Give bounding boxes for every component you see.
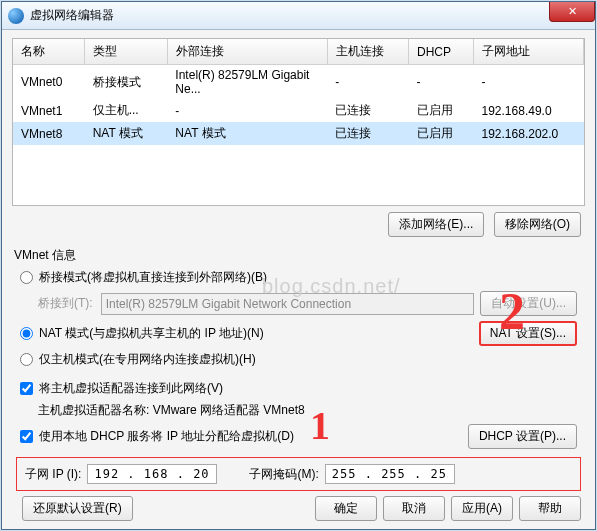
titlebar[interactable]: 虚拟网络编辑器 ✕ [2, 2, 595, 30]
remove-network-button[interactable]: 移除网络(O) [494, 212, 581, 237]
nat-radio[interactable] [20, 327, 33, 340]
table-row[interactable]: VMnet1仅主机...-已连接已启用192.168.49.0 [13, 99, 584, 122]
network-table[interactable]: 名称 类型 外部连接 主机连接 DHCP 子网地址 VMnet0桥接模式Inte… [13, 39, 584, 145]
bridge-adapter-combo[interactable] [101, 293, 475, 315]
app-icon [8, 8, 24, 24]
bridge-to-label: 桥接到(T): [38, 295, 93, 312]
col-subnet[interactable]: 子网地址 [474, 39, 584, 65]
auto-settings-button[interactable]: 自动设置(U)... [480, 291, 577, 316]
col-dhcp[interactable]: DHCP [409, 39, 474, 65]
table-row[interactable]: VMnet0桥接模式Intel(R) 82579LM Gigabit Ne...… [13, 65, 584, 100]
table-row[interactable]: VMnet8NAT 模式NAT 模式已连接已启用192.168.202.0 [13, 122, 584, 145]
cancel-button[interactable]: 取消 [383, 496, 445, 521]
apply-button[interactable]: 应用(A) [451, 496, 513, 521]
ok-button[interactable]: 确定 [315, 496, 377, 521]
nat-label[interactable]: NAT 模式(与虚拟机共享主机的 IP 地址)(N) [39, 325, 264, 342]
bridged-radio[interactable] [20, 271, 33, 284]
network-table-wrap: 名称 类型 外部连接 主机连接 DHCP 子网地址 VMnet0桥接模式Inte… [12, 38, 585, 206]
col-ext[interactable]: 外部连接 [167, 39, 327, 65]
restore-defaults-button[interactable]: 还原默认设置(R) [22, 496, 133, 521]
nat-settings-button[interactable]: NAT 设置(S)... [479, 321, 577, 346]
subnet-row: 子网 IP (I): 子网掩码(M): [16, 457, 581, 491]
col-type[interactable]: 类型 [85, 39, 168, 65]
subnet-ip-label: 子网 IP (I): [25, 466, 81, 483]
content-pane: blog.csdn.net/ 2 1 名称 类型 外部连接 主机连接 DHCP … [2, 30, 595, 529]
host-adapter-checkbox[interactable] [20, 382, 33, 395]
col-host[interactable]: 主机连接 [327, 39, 408, 65]
subnet-mask-input[interactable] [325, 464, 455, 484]
subnet-mask-label: 子网掩码(M): [249, 466, 318, 483]
close-button[interactable]: ✕ [549, 2, 595, 22]
help-button[interactable]: 帮助 [519, 496, 581, 521]
hostonly-label[interactable]: 仅主机模式(在专用网络内连接虚拟机)(H) [39, 351, 256, 368]
window: 虚拟网络编辑器 ✕ blog.csdn.net/ 2 1 名称 类型 外部连接 … [1, 1, 596, 530]
use-dhcp-checkbox[interactable] [20, 430, 33, 443]
dhcp-settings-button[interactable]: DHCP 设置(P)... [468, 424, 577, 449]
window-title: 虚拟网络编辑器 [30, 7, 114, 24]
bridged-label[interactable]: 桥接模式(将虚拟机直接连接到外部网络)(B) [39, 269, 267, 286]
vmnet-section-title: VMnet 信息 [14, 247, 583, 264]
host-adapter-name: 主机虚拟适配器名称: VMware 网络适配器 VMnet8 [38, 402, 577, 419]
host-adapter-label[interactable]: 将主机虚拟适配器连接到此网络(V) [39, 380, 223, 397]
use-dhcp-label[interactable]: 使用本地 DHCP 服务将 IP 地址分配给虚拟机(D) [39, 428, 294, 445]
subnet-ip-input[interactable] [87, 464, 217, 484]
add-network-button[interactable]: 添加网络(E)... [388, 212, 484, 237]
col-name[interactable]: 名称 [13, 39, 85, 65]
hostonly-radio[interactable] [20, 353, 33, 366]
